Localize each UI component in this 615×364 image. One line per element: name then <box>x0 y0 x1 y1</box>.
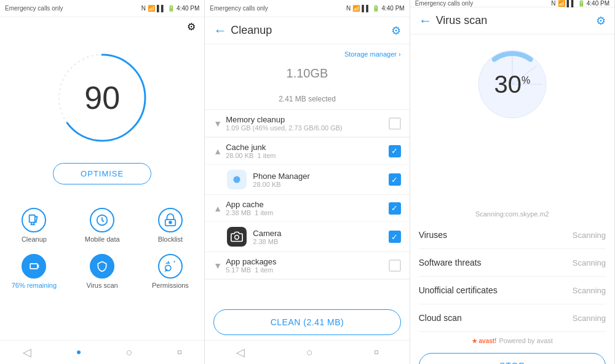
icon-item-cleanup[interactable]: Cleanup <box>0 200 68 247</box>
back-button-2[interactable]: ← <box>213 23 227 39</box>
nfc-icon: N <box>141 5 146 12</box>
chevron-up-icon-app-cache: ▲ <box>213 204 222 213</box>
storage-header: Storage manager › 1.10GB 2.41 MB selecte… <box>205 44 409 110</box>
software-threats-status: Scanning <box>573 258 606 267</box>
cache-junk-checkbox[interactable]: ✓ <box>389 145 401 157</box>
icon-item-permissions[interactable]: Permissions <box>137 247 205 293</box>
section-app-packages: ▼ App packages 5.17 MB 1 item <box>205 252 409 280</box>
cleanup-label: Cleanup <box>22 235 47 243</box>
app-cache-checkbox[interactable]: ✓ <box>389 202 401 215</box>
chevron-up-icon-cache: ▲ <box>213 146 222 156</box>
panel1-nav: ◁ ○ <box>0 340 204 364</box>
status-icons-3: N 📶 ▌▌ 🔋 4:40 PM <box>551 0 609 7</box>
scan-circle-container: 30% Scanning:com.skype.m2 <box>410 34 614 221</box>
phone-manager-checkbox[interactable]: ✓ <box>389 173 401 186</box>
header-left-2: ← Cleanup <box>213 23 272 39</box>
settings-row-1: ⚙ <box>0 17 204 36</box>
panel2-nav: ◁ ○ <box>205 340 409 364</box>
scan-percent: 30% <box>494 71 530 98</box>
cleanup-circle-icon <box>22 208 46 232</box>
camera-size: 2.38 MB <box>253 238 382 245</box>
battery-label: 76% remaining <box>12 282 57 289</box>
blocklist-svg-icon <box>164 213 177 227</box>
settings-icon-1[interactable]: ⚙ <box>187 21 196 33</box>
clean-button[interactable]: CLEAN (2.41 MB) <box>213 309 400 335</box>
time-2: 4:40 PM <box>381 5 404 12</box>
phone-manager-name: Phone Manager <box>253 172 382 181</box>
cache-junk-header[interactable]: ▲ Cache junk 28.00 KB 1 item ✓ <box>205 138 409 165</box>
time-3: 4:40 PM <box>587 0 609 7</box>
cleanup-header: ← Cleanup ⚙ <box>205 17 409 44</box>
home-nav-1[interactable]: ○ <box>126 346 133 359</box>
icon-item-virus-scan[interactable]: Virus scan <box>68 247 137 293</box>
virus-scan-content: 30% Scanning:com.skype.m2 Viruses Scanni… <box>410 34 614 364</box>
signal-icon: ▌▌ <box>157 5 165 12</box>
home-nav-2[interactable]: ○ <box>306 346 313 359</box>
memory-cleanup-title: Memory cleanup <box>226 115 384 124</box>
section-cache-junk: ▲ Cache junk 28.00 KB 1 item ✓ Phone Man… <box>205 138 409 195</box>
settings-icon-3[interactable]: ⚙ <box>596 14 606 28</box>
stop-button[interactable]: STOP <box>419 353 606 364</box>
icon-item-blocklist[interactable]: Blocklist <box>137 200 205 247</box>
phone-manager-item: Phone Manager 28.00 KB ✓ <box>205 165 409 194</box>
storage-size-value: 1.10 <box>287 66 311 80</box>
virus-scan-svg-icon <box>96 260 108 272</box>
score-circle: 90 <box>53 49 151 147</box>
app-cache-header[interactable]: ▲ App cache 2.38 MB 1 item ✓ <box>205 195 409 222</box>
svg-rect-2 <box>30 215 35 223</box>
camera-name: Camera <box>253 229 382 238</box>
battery-icon-status-2: 🔋 <box>372 5 379 12</box>
unofficial-certs-item: Unofficial certificates Scanning <box>419 277 606 304</box>
software-threats-item: Software threats Scanning <box>419 249 606 277</box>
phone-manager-svg-icon <box>230 173 244 186</box>
back-button-3[interactable]: ← <box>419 13 432 29</box>
app-cache-subtitle: 2.38 MB 1 item <box>226 209 384 216</box>
camera-checkbox[interactable]: ✓ <box>389 231 401 243</box>
viruses-status: Scanning <box>573 231 606 240</box>
status-bar-2: Emergency calls only N 📶 ▌▌ 🔋 4:40 PM <box>205 0 409 17</box>
score-number: 90 <box>84 79 120 116</box>
phone-manager-panel: Emergency calls only N 📶 ▌▌ 🔋 4:40 PM ⚙ <box>0 0 205 364</box>
app-packages-header[interactable]: ▼ App packages 5.17 MB 1 item <box>205 252 409 279</box>
cloud-scan-item: Cloud scan Scanning <box>419 304 606 332</box>
svg-point-5 <box>169 221 172 224</box>
camera-app-icon <box>227 227 247 247</box>
app-packages-checkbox[interactable] <box>389 259 401 272</box>
storage-manager-text: Storage manager <box>344 50 397 58</box>
cleanup-title: Cleanup <box>231 24 272 37</box>
mobile-data-svg-icon <box>95 213 109 227</box>
viruses-label: Viruses <box>419 230 447 240</box>
unofficial-certs-status: Scanning <box>573 286 606 295</box>
section-memory-cleanup: ▼ Memory cleanup 1.09 GB (46% used, 2.73… <box>205 110 409 138</box>
emergency-text-2: Emergency calls only <box>210 5 268 12</box>
square-nav-1[interactable] <box>178 350 181 354</box>
memory-cleanup-checkbox[interactable] <box>389 117 401 130</box>
storage-selected: 2.41 MB selected <box>205 95 409 103</box>
phone-manager-info: Phone Manager 28.00 KB <box>253 172 382 188</box>
camera-svg-icon <box>231 231 243 243</box>
virus-scan-panel: Emergency calls only N 📶 ▌▌ 🔋 4:40 PM ← … <box>410 0 615 364</box>
scan-percent-value: 30 <box>494 71 522 98</box>
icon-item-battery[interactable]: 76% remaining <box>0 247 68 293</box>
settings-icon-2[interactable]: ⚙ <box>391 24 401 38</box>
cache-junk-subtitle: 28.00 KB 1 item <box>226 152 384 159</box>
camera-info: Camera 2.38 MB <box>253 229 382 245</box>
header-left-3: ← Virus scan <box>419 13 488 29</box>
virus-scan-header: ← Virus scan ⚙ <box>410 7 614 34</box>
optimise-button[interactable]: OPTIMISE <box>53 163 151 184</box>
storage-manager-link[interactable]: Storage manager › <box>205 48 409 60</box>
status-icons-2: N 📶 ▌▌ 🔋 4:40 PM <box>346 5 405 12</box>
unofficial-certs-label: Unofficial certificates <box>419 285 498 295</box>
virus-scan-label: Virus scan <box>87 282 118 289</box>
back-nav-1[interactable]: ◁ <box>23 346 31 359</box>
memory-cleanup-header[interactable]: ▼ Memory cleanup 1.09 GB (46% used, 2.73… <box>205 110 409 137</box>
cloud-scan-status: Scanning <box>573 314 606 323</box>
square-nav-2[interactable] <box>375 350 378 354</box>
back-nav-2[interactable]: ◁ <box>236 346 245 359</box>
virus-scan-title: Virus scan <box>436 14 488 27</box>
icon-item-mobile-data[interactable]: Mobile data <box>68 200 137 247</box>
nfc-icon-2: N <box>346 5 351 12</box>
chevron-down-icon-packages: ▼ <box>213 261 222 271</box>
app-cache-title: App cache <box>226 200 384 209</box>
chevron-down-icon-memory: ▼ <box>213 119 222 129</box>
